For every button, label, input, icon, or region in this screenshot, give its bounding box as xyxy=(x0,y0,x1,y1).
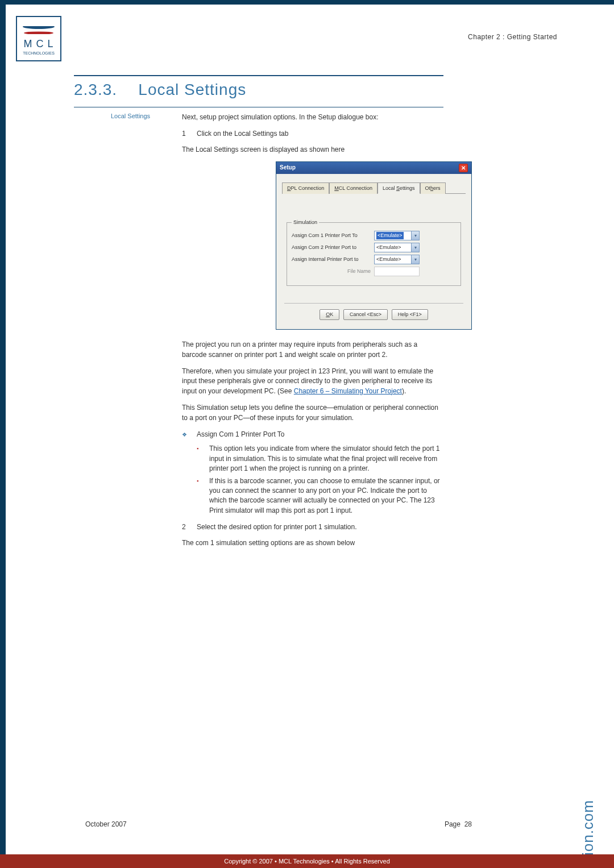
sub-bullet-1-text: This option lets you indicate from where… xyxy=(209,444,441,474)
step-1-number: 1 xyxy=(182,129,197,139)
chapter-header: Chapter 2 : Getting Started xyxy=(468,33,557,41)
internal-value: <Emulate> xyxy=(376,256,401,263)
internal-dropdown[interactable]: <Emulate> ▾ xyxy=(374,255,420,264)
diamond-bullet-icon: ❖ xyxy=(182,430,197,439)
para-2: Therefore, when you simulate your projec… xyxy=(182,367,441,396)
com2-dropdown[interactable]: <Emulate> ▾ xyxy=(374,243,420,252)
step-2-text: Select the desired option for printer po… xyxy=(197,522,356,532)
step-1: 1 Click on the Local Settings tab xyxy=(182,129,441,139)
chevron-down-icon: ▾ xyxy=(411,243,419,252)
square-bullet-icon: ▪ xyxy=(197,476,209,516)
internal-label: Assign Internal Printer Port to xyxy=(292,256,374,263)
side-label: Local Settings xyxy=(111,113,150,119)
bullet-com1-title: Assign Com 1 Printer Port To xyxy=(197,430,285,439)
para-3: This Simulation setup lets you define th… xyxy=(182,403,441,423)
dialog-body: DPL Connection MCL Connection Local Sett… xyxy=(276,174,471,329)
com1-value: <Emulate> xyxy=(376,232,404,239)
chapter6-link[interactable]: Chapter 6 – Simulating Your Project xyxy=(294,387,402,395)
com1-dropdown[interactable]: <Emulate> ▾ xyxy=(374,231,420,240)
para-1: The project you run on a printer may req… xyxy=(182,340,441,360)
chevron-down-icon: ▾ xyxy=(411,231,419,240)
para-4: The com 1 simulation setting options are… xyxy=(182,538,441,548)
chevron-down-icon: ▾ xyxy=(411,255,419,264)
section-number: 2.3.3. xyxy=(74,81,136,99)
logo-swoosh xyxy=(22,22,56,38)
tab-mcl[interactable]: MCL Connection xyxy=(329,182,377,194)
bullet-com1: ❖ Assign Com 1 Printer Port To xyxy=(182,430,441,439)
footer-date: October 2007 xyxy=(85,820,127,828)
step-2-number: 2 xyxy=(182,522,197,532)
tab-dpl[interactable]: DPL Connection xyxy=(282,182,329,194)
tab-local[interactable]: Local Settings xyxy=(377,182,420,194)
com1-label: Assign Com 1 Printer Port To xyxy=(292,232,374,239)
tab-others[interactable]: Others xyxy=(420,182,446,194)
sub-bullet-2-text: If this is a barcode scanner, you can ch… xyxy=(209,476,441,516)
simulation-fieldset: Simulation Assign Com 1 Printer Port To … xyxy=(287,222,461,286)
dialog-divider xyxy=(284,303,463,304)
logo-sub-text: TECHNOLOGIES xyxy=(23,51,55,55)
mcl-logo: M C L TECHNOLOGIES xyxy=(16,16,61,61)
sub-bullet-2: ▪ If this is a barcode scanner, you can … xyxy=(197,476,441,516)
copyright-bar: Copyright © 2007 • MCL Technologies • Al… xyxy=(0,854,614,868)
close-icon[interactable]: ✕ xyxy=(459,164,468,172)
sub-bullet-1: ▪ This option lets you indicate from whe… xyxy=(197,444,441,474)
setup-dialog-screenshot: Setup ✕ DPL Connection MCL Connection Lo… xyxy=(276,161,472,330)
dialog-titlebar: Setup ✕ xyxy=(276,162,471,174)
intro-line-2: The Local Settings screen is displayed a… xyxy=(182,145,441,155)
ok-button[interactable]: OK xyxy=(320,309,339,320)
com2-label: Assign Com 2 Printer Port to xyxy=(292,244,374,251)
square-bullet-icon: ▪ xyxy=(197,444,209,474)
top-stripe xyxy=(0,0,614,5)
filename-label: File Name xyxy=(292,268,374,275)
cancel-button[interactable]: Cancel <Esc> xyxy=(343,309,388,320)
dialog-tabs: DPL Connection MCL Connection Local Sett… xyxy=(282,182,466,194)
step-1-text: Click on the Local Settings tab xyxy=(197,129,288,139)
footer-page: Page 28 xyxy=(445,820,472,828)
logo-mcl-text: M C L xyxy=(23,38,53,50)
section-heading: 2.3.3. Local Settings xyxy=(74,75,443,107)
filename-input[interactable] xyxy=(374,267,420,276)
section-title: Local Settings xyxy=(138,81,246,98)
com2-value: <Emulate> xyxy=(376,244,401,251)
dialog-button-row: OK Cancel <Esc> Help <F1> xyxy=(282,307,466,323)
fieldset-legend: Simulation xyxy=(292,219,319,226)
left-stripe xyxy=(0,0,6,868)
content-body: Next, setup project simulation options. … xyxy=(182,113,441,555)
page-footer: October 2007 Page 28 xyxy=(85,820,472,828)
help-button[interactable]: Help <F1> xyxy=(392,309,428,320)
intro-line-1: Next, setup project simulation options. … xyxy=(182,113,441,122)
step-2: 2 Select the desired option for printer … xyxy=(182,522,441,532)
dialog-title: Setup xyxy=(280,164,296,172)
